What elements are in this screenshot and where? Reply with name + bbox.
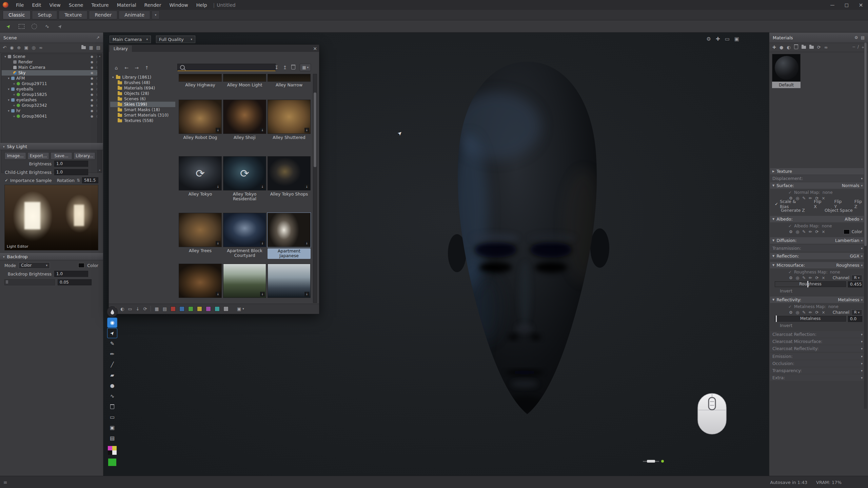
active-color-swatch[interactable] bbox=[108, 459, 116, 466]
menu-help[interactable]: Help bbox=[192, 0, 211, 10]
filter-red-swatch[interactable] bbox=[171, 306, 176, 311]
map-checkbox[interactable]: ✓ bbox=[788, 304, 792, 309]
filter-yellow-swatch[interactable] bbox=[197, 306, 202, 311]
sky-preview-image[interactable]: Light Editor bbox=[4, 185, 98, 250]
export-icon[interactable] bbox=[283, 65, 287, 70]
line-tool-icon[interactable] bbox=[107, 360, 117, 369]
backdrop-alpha-slider[interactable] bbox=[4, 279, 55, 285]
add-material-icon[interactable] bbox=[772, 45, 776, 50]
delete-material-icon[interactable] bbox=[794, 44, 798, 50]
tab-classic[interactable]: Classic bbox=[3, 11, 31, 19]
brightness-input[interactable]: 1.0 bbox=[54, 161, 88, 167]
lock-icon[interactable]: ● bbox=[91, 55, 93, 58]
generate-z-checkbox[interactable]: Generate Z bbox=[781, 208, 805, 213]
clipboard-tool-icon[interactable] bbox=[107, 433, 117, 443]
grid-view-icon[interactable] bbox=[155, 306, 159, 311]
metalness-input[interactable]: 0.0 bbox=[848, 316, 862, 322]
view-options-button[interactable]: ▾ bbox=[300, 64, 311, 71]
black-swatch[interactable] bbox=[108, 450, 112, 455]
section-microsurface[interactable]: ▼ Microsurface: Roughness▾ bbox=[770, 262, 865, 268]
pencil-tool-icon[interactable] bbox=[107, 349, 117, 359]
section-displacement[interactable]: Displacement: ▾ bbox=[770, 175, 865, 182]
menu-texture[interactable]: Texture bbox=[87, 0, 113, 10]
yellow-swatch[interactable] bbox=[112, 446, 117, 450]
folder-library[interactable]: ▾Library (1861) bbox=[110, 75, 175, 80]
folder-materials[interactable]: Materials (694) bbox=[110, 85, 175, 91]
ink-drop-icon[interactable] bbox=[107, 307, 117, 317]
lock-icon[interactable]: ● bbox=[91, 104, 93, 107]
expand-toggle[interactable]: + bbox=[12, 82, 16, 85]
sky-thumbnail[interactable] bbox=[179, 213, 222, 247]
lock-icon[interactable]: ● bbox=[91, 115, 93, 118]
folder-brushes[interactable]: Brushes (48) bbox=[110, 80, 175, 85]
sky-thumbnail[interactable] bbox=[179, 156, 222, 190]
roughness-slider[interactable]: Roughness bbox=[775, 281, 846, 287]
section-clearcoat-reflection[interactable]: Clearcoat Reflection: ▾ bbox=[770, 331, 865, 338]
importance-sample-checkbox[interactable]: ✓ bbox=[5, 178, 8, 183]
expand-toggle[interactable]: ▾ bbox=[6, 77, 11, 80]
section-value[interactable]: Metalness bbox=[838, 297, 859, 302]
export-button[interactable]: Export... bbox=[27, 152, 49, 160]
inspect-icon[interactable] bbox=[796, 310, 799, 315]
sky-thumbnail-partial[interactable] bbox=[223, 264, 266, 298]
section-surface[interactable]: ▼ Surface: Normals▾ bbox=[770, 182, 865, 189]
grid-view-icon[interactable] bbox=[89, 45, 93, 50]
inspect-icon[interactable] bbox=[796, 276, 799, 280]
clear-icon[interactable] bbox=[822, 229, 825, 234]
filter-gray-swatch[interactable] bbox=[223, 306, 229, 311]
viewport-add-icon[interactable] bbox=[716, 36, 720, 42]
material-preview[interactable] bbox=[772, 54, 801, 82]
paint-icon[interactable] bbox=[809, 310, 812, 315]
lasso-select-tool-icon[interactable] bbox=[43, 22, 52, 31]
tree-row-main-camera[interactable]: Main Camera ●○ bbox=[2, 65, 102, 70]
home-icon[interactable] bbox=[112, 64, 120, 72]
backdrop-mode-select[interactable]: Color ▾ bbox=[19, 262, 50, 269]
lock-icon[interactable]: ● bbox=[91, 77, 93, 80]
tree-row-group32342[interactable]: + Group32342 ●○ bbox=[2, 103, 102, 108]
tree-row-group15825[interactable]: + Group15825 ●○ bbox=[2, 92, 102, 97]
map-checkbox[interactable]: ✓ bbox=[788, 270, 792, 274]
link-material-icon[interactable] bbox=[824, 45, 828, 50]
close-icon[interactable] bbox=[313, 46, 317, 51]
tree-row-eyeballs[interactable]: ▾ eyeballs ●○ bbox=[2, 86, 102, 92]
tab-overflow-button[interactable]: ▾ bbox=[152, 11, 160, 19]
menu-view[interactable]: View bbox=[45, 0, 65, 10]
reload-icon[interactable] bbox=[815, 310, 818, 315]
section-transparency[interactable]: Transparency: ▾ bbox=[770, 367, 865, 374]
lock-icon[interactable]: ● bbox=[91, 109, 93, 113]
refresh-icon[interactable] bbox=[817, 45, 821, 50]
pop-out-icon[interactable] bbox=[96, 35, 100, 40]
folder-smart-materials[interactable]: Smart Materials (310) bbox=[110, 113, 175, 118]
list-view-icon[interactable] bbox=[163, 306, 167, 311]
sky-thumbnail[interactable] bbox=[223, 156, 266, 190]
sky-thumbnail[interactable] bbox=[268, 100, 311, 134]
delete-icon[interactable] bbox=[291, 65, 295, 70]
section-reflectivity[interactable]: ▼ Reflectivity: Metalness▾ bbox=[770, 297, 865, 303]
albedo-color-swatch[interactable] bbox=[844, 229, 850, 234]
gear-icon[interactable] bbox=[789, 310, 793, 315]
channel-select[interactable]: R▾ bbox=[851, 309, 862, 316]
sky-thumbnail-partial[interactable] bbox=[179, 74, 222, 82]
paint-icon[interactable] bbox=[809, 276, 812, 280]
menu-icon[interactable] bbox=[861, 35, 865, 40]
folder-textures[interactable]: Textures (558) bbox=[110, 118, 175, 123]
edit-icon[interactable] bbox=[802, 229, 806, 234]
backdrop-brightness-input[interactable]: 1.0 bbox=[54, 271, 88, 277]
sky-thumbnail[interactable] bbox=[223, 213, 266, 247]
filter-green-swatch[interactable] bbox=[188, 306, 193, 311]
preview-mode-icon[interactable] bbox=[787, 45, 790, 50]
curve-tool-icon[interactable] bbox=[107, 391, 117, 401]
expand-toggle[interactable]: + bbox=[12, 104, 16, 107]
add-object-icon[interactable] bbox=[17, 45, 21, 50]
lock-icon[interactable]: ● bbox=[91, 93, 93, 96]
roller-tool-icon[interactable] bbox=[107, 412, 117, 422]
import-icon[interactable] bbox=[275, 65, 279, 70]
select-tool-icon[interactable] bbox=[107, 328, 117, 338]
metalness-map-row[interactable]: ✓ Metalness Map: none bbox=[770, 304, 865, 309]
expand-toggle[interactable]: + bbox=[12, 93, 16, 96]
camera-select[interactable]: Main Camera ▾ bbox=[110, 36, 151, 43]
folder-skies[interactable]: Skies (199) bbox=[110, 102, 175, 107]
close-button[interactable] bbox=[854, 2, 868, 8]
image-button[interactable]: Image... bbox=[4, 152, 26, 160]
tree-row-group29711[interactable]: + Group29711 ●○ bbox=[2, 81, 102, 86]
